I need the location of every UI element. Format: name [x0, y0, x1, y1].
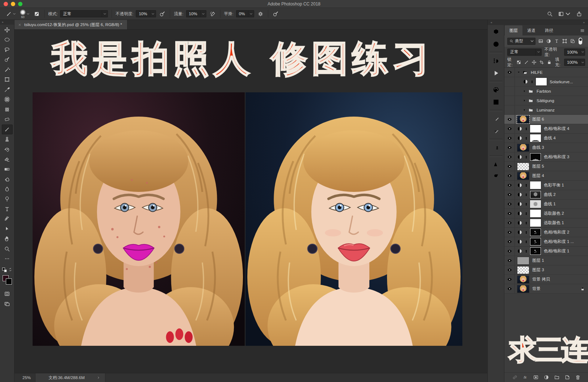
- layer-row[interactable]: 背景 拷贝: [504, 275, 588, 284]
- visibility-eye-icon[interactable]: [504, 209, 515, 218]
- layer-row[interactable]: 曲线 1: [504, 200, 588, 209]
- visibility-eye-icon[interactable]: [504, 171, 515, 180]
- lock-paint-icon[interactable]: [524, 60, 529, 65]
- layer-mask-thumbnail[interactable]: [530, 247, 541, 255]
- smoothing-select[interactable]: 0%: [236, 10, 254, 17]
- info-panel-button[interactable]: [490, 38, 503, 50]
- more-options-tool-button[interactable]: [2, 254, 13, 264]
- layer-mask-thumbnail[interactable]: [530, 210, 541, 217]
- visibility-eye-icon[interactable]: [504, 256, 515, 265]
- visibility-eye-icon[interactable]: [504, 228, 515, 237]
- layer-row[interactable]: 图层 4: [504, 171, 588, 181]
- visibility-eye-icon[interactable]: [504, 237, 515, 246]
- zoom-tool-button[interactable]: [2, 244, 13, 254]
- expand-dock-button[interactable]: »: [583, 21, 585, 24]
- layer-row[interactable]: 曲线 2: [504, 190, 588, 200]
- add-mask-button[interactable]: [533, 374, 539, 380]
- type-layer-filter-icon[interactable]: [554, 38, 559, 44]
- hand-tool-button[interactable]: [2, 234, 13, 244]
- visibility-eye-icon[interactable]: [504, 275, 515, 284]
- layer-blend-mode-select[interactable]: 正常: [507, 49, 542, 56]
- layer-style-button[interactable]: fx: [522, 374, 528, 380]
- delete-layer-button[interactable]: [575, 374, 581, 380]
- visibility-eye-icon[interactable]: [504, 181, 515, 190]
- layer-mask-thumbnail[interactable]: [530, 200, 541, 208]
- layer-opacity-select[interactable]: 100%: [564, 49, 585, 56]
- color-wells[interactable]: [3, 275, 12, 285]
- smudge-tool-button[interactable]: [2, 174, 13, 184]
- brush-presets-panel-button[interactable]: [490, 113, 503, 125]
- layer-thumbnail[interactable]: [517, 172, 529, 180]
- new-adjustment-button[interactable]: [543, 374, 549, 380]
- history-panel-button[interactable]: [490, 55, 503, 67]
- filter-type-select[interactable]: 类型: [507, 38, 536, 45]
- layer-row[interactable]: Solarkurve...: [504, 77, 588, 87]
- layer-mask-thumbnail[interactable]: [530, 219, 541, 227]
- blend-mode-select[interactable]: 正常: [60, 10, 108, 17]
- visibility-eye-icon[interactable]: [504, 115, 515, 124]
- workspace-switcher[interactable]: [557, 10, 572, 18]
- layer-row[interactable]: 色相/饱和度 2: [504, 228, 588, 237]
- minimize-window-button[interactable]: [11, 2, 15, 6]
- close-tab-icon[interactable]: [18, 23, 21, 26]
- quick-mask-button[interactable]: [2, 289, 13, 299]
- visibility-eye-icon[interactable]: [504, 162, 515, 171]
- zoom-level[interactable]: 25%: [14, 375, 35, 380]
- pen-tool-button[interactable]: [2, 214, 13, 224]
- visibility-toggle-empty[interactable]: [504, 77, 515, 86]
- toggle-brush-panel-button[interactable]: [33, 10, 41, 18]
- history-brush-tool-button[interactable]: [2, 144, 13, 154]
- visibility-eye-icon[interactable]: [504, 284, 515, 293]
- tool-preset-button[interactable]: [5, 10, 17, 18]
- magic-wand-tool-button[interactable]: [2, 65, 13, 75]
- layer-row[interactable]: 图层 3: [504, 265, 588, 275]
- layer-mask-thumbnail[interactable]: [530, 125, 541, 133]
- screen-mode-button[interactable]: [2, 299, 13, 309]
- dodge-tool-button[interactable]: [2, 194, 13, 204]
- eyedropper-tool-button[interactable]: [2, 85, 13, 95]
- layer-mask-thumbnail[interactable]: [530, 228, 541, 236]
- lock-transparency-icon[interactable]: [516, 60, 521, 65]
- visibility-toggle-empty[interactable]: [504, 87, 515, 96]
- lasso-tool-button[interactable]: [2, 45, 13, 55]
- pressure-size-button[interactable]: [272, 10, 280, 18]
- layer-row[interactable]: 曲线 4: [504, 134, 588, 143]
- visibility-toggle-empty[interactable]: [504, 96, 515, 105]
- swap-colors-icon[interactable]: [8, 268, 12, 272]
- lock-all-icon[interactable]: [547, 60, 552, 65]
- clone-source-panel-button[interactable]: [490, 142, 503, 154]
- visibility-eye-icon[interactable]: [504, 265, 515, 274]
- layer-mask-thumbnail[interactable]: [530, 153, 541, 161]
- new-layer-button[interactable]: [564, 374, 570, 380]
- spot-healing-tool-button[interactable]: [2, 95, 13, 104]
- layer-thumbnail[interactable]: [517, 266, 529, 274]
- layer-thumbnail[interactable]: [517, 116, 529, 123]
- layer-mask-thumbnail[interactable]: [530, 181, 541, 189]
- default-colors-widget[interactable]: [2, 268, 12, 272]
- layer-row[interactable]: 图层 1: [504, 256, 588, 265]
- document-info[interactable]: 文档:36.4M/288.6M: [35, 373, 105, 382]
- toolbar-grip[interactable]: »: [0, 20, 14, 25]
- visibility-eye-icon[interactable]: [504, 190, 515, 199]
- brush-settings-panel-button[interactable]: [490, 125, 503, 137]
- adjustment-layer-filter-icon[interactable]: [546, 38, 551, 44]
- path-selection-tool-button[interactable]: [2, 224, 13, 234]
- filter-toggle-switch[interactable]: [579, 38, 582, 45]
- layer-row[interactable]: Sättigung: [504, 96, 588, 105]
- layer-row[interactable]: Farbton: [504, 87, 588, 96]
- properties-panel-button[interactable]: [490, 26, 503, 38]
- lock-position-icon[interactable]: [532, 60, 537, 65]
- search-icon[interactable]: [547, 11, 553, 17]
- type-tool-button[interactable]: [2, 204, 13, 214]
- collapse-dock-button[interactable]: «: [491, 21, 492, 24]
- document-tab[interactable]: tsliuyu.com012-恢复的.psd @ 25% (图层 6, RGB/…: [14, 20, 127, 29]
- layer-row[interactable]: 图层 6: [504, 115, 588, 124]
- pressure-opacity-button[interactable]: [159, 10, 166, 18]
- layer-mask-thumbnail[interactable]: [530, 238, 541, 245]
- layer-mask-thumbnail[interactable]: [536, 78, 547, 85]
- pixel-layer-filter-icon[interactable]: [538, 38, 543, 44]
- layer-thumbnail[interactable]: [517, 276, 529, 284]
- move-tool-button[interactable]: [2, 25, 13, 35]
- layer-thumbnail[interactable]: [517, 163, 529, 171]
- brush-preset-picker[interactable]: 60: [19, 8, 30, 20]
